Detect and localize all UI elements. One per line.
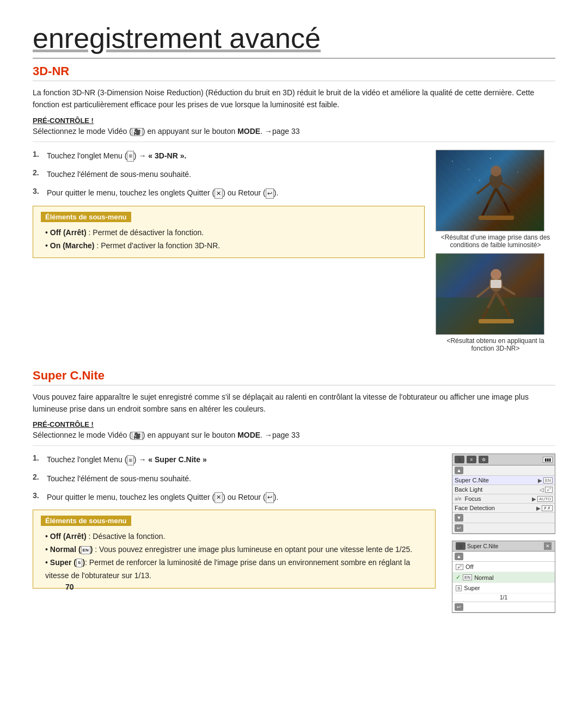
svg-line-24 — [477, 286, 491, 297]
normal-tag-icon: EN — [81, 546, 90, 555]
submenu-nav-up-row[interactable]: ▲ — [452, 552, 555, 562]
svg-rect-23 — [479, 319, 514, 323]
prereq-text-supercnite: Sélectionnez le mode Vidéo (🎥) en appuya… — [33, 431, 555, 446]
section-supercnite-desc: Vous pouvez faire apparaître le sujet en… — [33, 391, 555, 415]
menu-icon-sc-1: ≡ — [127, 455, 133, 466]
svg-rect-12 — [479, 216, 514, 220]
steps-images-row-supercnite: 1. Touchez l'onglet Menu (≡) → « Super C… — [33, 454, 555, 613]
svg-point-3 — [490, 158, 491, 159]
page-indicator: 1/1 — [500, 595, 507, 601]
menu-row-supercnite[interactable]: Super C.Nite ▶ EN — [452, 476, 555, 485]
svg-point-18 — [491, 269, 501, 280]
back-panel-btn[interactable]: ↩ — [455, 524, 463, 532]
submenu-row-normal[interactable]: ✓ EN Normal — [452, 572, 555, 583]
menu-icon-1: ≡ — [127, 151, 133, 162]
step-number-sc-2: 2. — [33, 473, 42, 481]
submenu-back-row[interactable]: ↩ — [452, 602, 555, 612]
submenu-super-label: Super — [464, 585, 480, 591]
prereq-label-3dnr: PRÉ-CONTRÔLE ! — [33, 117, 555, 125]
image-caption-1-3dnr: <Résultat d'une image prise dans des con… — [436, 234, 555, 249]
steps-col-3dnr: 1. Touchez l'onglet Menu (≡) → « 3D-NR »… — [33, 150, 425, 352]
menu-row-backlight-value: ◁ 🖊 — [540, 487, 553, 493]
focus-arrow: ▶ — [532, 496, 536, 502]
submenu-item-off-3dnr: Off (Arrêt) : Permet de désactiver la fo… — [41, 226, 416, 240]
focus-left-label: a/e — [455, 496, 462, 501]
menu-row-backlight[interactable]: Back Light ◁ 🖊 — [452, 485, 555, 494]
submenu-off-label: Off — [465, 563, 473, 570]
step-3-3dnr: 3. Pour quitter le menu, touchez les ong… — [33, 187, 425, 199]
submenu-label-3dnr: Éléments de sous-menu — [41, 212, 131, 222]
page-indicator-row: 1/1 — [452, 593, 555, 602]
submenu-nav-up-btn[interactable]: ▲ — [455, 553, 463, 560]
nav-up-btn[interactable]: ▲ — [455, 467, 463, 474]
nav-up-row[interactable]: ▲ — [452, 465, 555, 476]
step-number-sc-3: 3. — [33, 491, 42, 500]
svg-point-5 — [479, 180, 480, 181]
menu-row-supercnite-value: ▶ EN — [538, 477, 553, 483]
back-icon-sc: ↩ — [266, 492, 274, 503]
submenu-label-supercnite: Éléments de sous-menu — [41, 516, 131, 526]
panel-icon-video: 🎥 — [455, 456, 464, 463]
section-3dnr-desc: La fonction 3D-NR (3-Dimension Noise Red… — [33, 87, 555, 111]
submenu-item-normal-sc: Normal (EN) : Vous pouvez enregistrer un… — [41, 543, 427, 556]
submenu-box-supercnite: Éléments de sous-menu Off (Arrêt) : Désa… — [33, 510, 436, 588]
super-tag-icon: S — [76, 559, 82, 567]
menu-row-focus-value: ▶ AUTO — [532, 496, 553, 502]
steps-images-row-3dnr: 1. Touchez l'onglet Menu (≡) → « 3D-NR »… — [33, 150, 555, 352]
step-number-1: 1. — [33, 150, 42, 158]
step-2-supercnite: 2. Touchez l'élément de sous-menu souhai… — [33, 473, 436, 485]
submenu-close-btn[interactable]: ✕ — [544, 542, 552, 550]
normal-en-tag: EN — [463, 574, 472, 580]
step-text-sc-3: Pour quitter le menu, touchez les onglet… — [47, 491, 278, 503]
step-1-supercnite: 1. Touchez l'onglet Menu (≡) → « Super C… — [33, 454, 436, 465]
panel-icon-menu: ≡ — [467, 456, 476, 463]
en-tag: EN — [543, 477, 553, 483]
menu-row-facedetect-label: Face Detection — [455, 505, 534, 511]
ui-panel-header: 🎥 ≡ ⚙ ▮▮▮ — [452, 454, 555, 465]
menu-row-facedetect[interactable]: Face Detection ▶ ✗✗ — [452, 504, 555, 513]
step-number-sc-1: 1. — [33, 454, 42, 462]
auto-tag: AUTO — [537, 496, 553, 502]
panel-icon-gear: ⚙ — [479, 456, 488, 463]
nav-down-row[interactable]: ▼ — [452, 513, 555, 523]
camera-preview-clear — [436, 253, 544, 335]
step-2-3dnr: 2. Touchez l'élément de sous-menu souhai… — [33, 168, 425, 180]
submenu-item-on-3dnr: On (Marche) : Permet d'activer la foncti… — [41, 240, 416, 253]
menu-row-focus[interactable]: a/e Focus ▶ AUTO — [452, 494, 555, 504]
backlight-tag: 🖊 — [545, 487, 553, 493]
steps-col-supercnite: 1. Touchez l'onglet Menu (≡) → « Super C… — [33, 454, 436, 613]
step-text-sc-1: Touchez l'onglet Menu (≡) → « Super C.Ni… — [47, 454, 207, 465]
section-3dnr-title: 3D-NR — [33, 64, 555, 81]
menu-row-focus-label: Focus — [465, 495, 530, 502]
arrow-left-icon: ◁ — [540, 487, 544, 493]
arrow-right-icon: ▶ — [538, 477, 542, 483]
submenu-video-icon: 🎥 — [456, 542, 465, 550]
skater-svg-1 — [436, 150, 544, 231]
back-icon-1: ↩ — [266, 188, 274, 199]
submenu-row-super[interactable]: S Super — [452, 583, 555, 593]
submenu-row-off[interactable]: 🖊 Off — [452, 562, 555, 572]
svg-line-8 — [488, 188, 496, 205]
svg-point-7 — [491, 166, 501, 176]
svg-point-2 — [468, 169, 469, 170]
page-wrapper: enregistrement avancé 3D-NR La fonction … — [33, 22, 555, 613]
svg-rect-26 — [491, 280, 501, 288]
section-supercnite: Super C.Nite Vous pouvez faire apparaîtr… — [33, 369, 555, 614]
submenu-back-btn[interactable]: ↩ — [455, 603, 463, 611]
ui-panel-col-supercnite: 🎥 ≡ ⚙ ▮▮▮ ▲ Super C.Nite ▶ — [446, 454, 555, 613]
back-row[interactable]: ↩ — [452, 523, 555, 534]
step-1-3dnr: 1. Touchez l'onglet Menu (≡) → « 3D-NR »… — [33, 150, 425, 162]
menu-row-facedetect-value: ▶ ✗✗ — [536, 505, 553, 511]
nav-down-btn[interactable]: ▼ — [455, 514, 463, 522]
svg-line-9 — [496, 188, 504, 202]
facedetect-arrow: ▶ — [536, 505, 541, 511]
prereq-text-3dnr: Sélectionnez le mode Vidéo (🎥) en appuya… — [33, 127, 555, 142]
step-number-3: 3. — [33, 187, 42, 195]
svg-line-10 — [482, 205, 488, 216]
off-tag: 🖊 — [456, 564, 463, 570]
images-col-3dnr: <Résultat d'une image prise dans des con… — [436, 150, 555, 352]
preview-image-1-3dnr: <Résultat d'une image prise dans des con… — [436, 150, 555, 249]
submenu-normal-label: Normal — [474, 574, 493, 581]
battery-icon: ▮▮▮ — [543, 457, 553, 463]
camera-preview-noisy — [436, 150, 544, 231]
